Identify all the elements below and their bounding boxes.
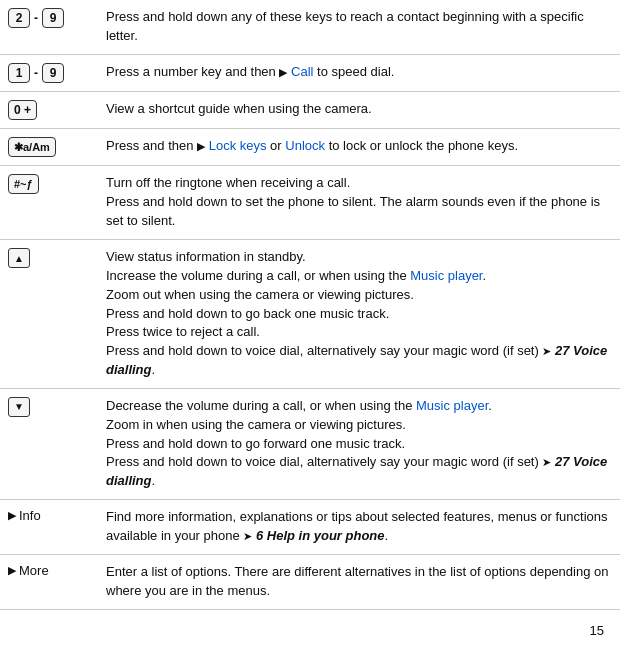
table-row: ▶ More Enter a list of options. There ar… [0, 555, 620, 610]
table-row: ▶ Info Find more information, explanatio… [0, 500, 620, 555]
desc-cell-0plus: View a shortcut guide when using the cam… [100, 92, 620, 127]
key-badge-1: 1 [8, 63, 30, 83]
info-arrow-icon: ▶ [8, 509, 16, 522]
desc-cell-info: Find more information, explanations or t… [100, 500, 620, 554]
key-cell-0plus: 0 + [0, 92, 100, 128]
vol-up-icon: ▲ [8, 248, 30, 268]
more-arrow-icon: ▶ [8, 564, 16, 577]
key-cell-info: ▶ Info [0, 500, 100, 531]
help-link: 6 Help in your phone [256, 528, 385, 543]
table-row: ✱a/Am Press and then ▶ Lock keys or Unlo… [0, 129, 620, 166]
lock-keys-link: Lock keys [209, 138, 267, 153]
key-cell-hash: #~ƒ [0, 166, 100, 202]
key-badge-star-am: ✱a/Am [8, 137, 56, 157]
key-badge-hash: #~ƒ [8, 174, 39, 194]
key-cell-more: ▶ More [0, 555, 100, 586]
unlock-link: Unlock [285, 138, 325, 153]
call-link: Call [291, 64, 313, 79]
music-player-link-down: Music player [416, 398, 488, 413]
key-badge-9: 9 [42, 8, 64, 28]
desc-cell-hash: Turn off the ringtone when receiving a c… [100, 166, 620, 239]
music-player-link-up: Music player [410, 268, 482, 283]
key-cell-vol-down: ▼ [0, 389, 100, 425]
info-label: Info [19, 508, 41, 523]
table-row: 2 - 9 Press and hold down any of these k… [0, 0, 620, 55]
desc-cell-star-am: Press and then ▶ Lock keys or Unlock to … [100, 129, 620, 164]
vol-down-icon: ▼ [8, 397, 30, 417]
key-badge-2: 2 [8, 8, 30, 28]
desc-cell-2-9: Press and hold down any of these keys to… [100, 0, 620, 54]
key-cell-2-9: 2 - 9 [0, 0, 100, 36]
key-cell-1-9: 1 - 9 [0, 55, 100, 91]
key-badge-9b: 9 [42, 63, 64, 83]
page-number: 15 [590, 623, 604, 638]
key-cell-star-am: ✱a/Am [0, 129, 100, 165]
table-row: ▲ View status information in standby. In… [0, 240, 620, 389]
voice-dialling-ref-up: 27 Voice dialling [106, 343, 607, 377]
voice-dialling-ref-down: 27 Voice dialling [106, 454, 607, 488]
table-row: 1 - 9 Press a number key and then ▶ Call… [0, 55, 620, 92]
shortcut-table: 2 - 9 Press and hold down any of these k… [0, 0, 620, 610]
key-cell-vol-up: ▲ [0, 240, 100, 276]
desc-cell-vol-up: View status information in standby. Incr… [100, 240, 620, 388]
table-row: #~ƒ Turn off the ringtone when receiving… [0, 166, 620, 240]
more-label: More [19, 563, 49, 578]
table-row: 0 + View a shortcut guide when using the… [0, 92, 620, 129]
desc-cell-1-9: Press a number key and then ▶ Call to sp… [100, 55, 620, 90]
desc-cell-vol-down: Decrease the volume during a call, or wh… [100, 389, 620, 499]
desc-cell-more: Enter a list of options. There are diffe… [100, 555, 620, 609]
table-row: ▼ Decrease the volume during a call, or … [0, 389, 620, 500]
key-badge-0plus: 0 + [8, 100, 37, 120]
